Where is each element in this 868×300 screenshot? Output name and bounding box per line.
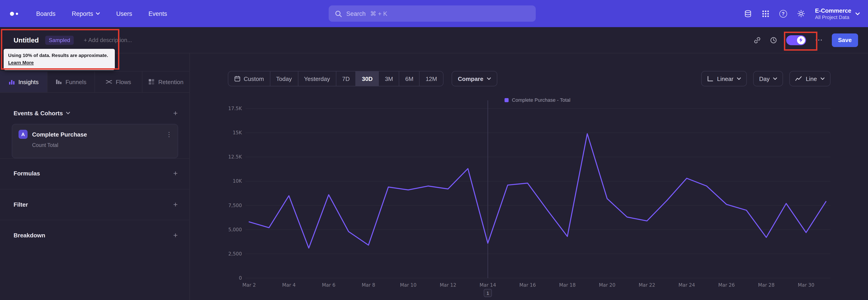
svg-text:15K: 15K (233, 130, 242, 136)
search-icon (335, 10, 342, 17)
insights-icon (8, 79, 15, 85)
retention-icon (148, 79, 155, 85)
divider (0, 158, 189, 159)
line-chart[interactable]: 02,5005,0007,50010K12.5K15K17.5KMar 2Mar… (190, 81, 868, 300)
apps-grid-button[interactable] (762, 10, 770, 18)
toolbar-actions: ⋯ Save (753, 33, 858, 47)
svg-text:12.5K: 12.5K (228, 154, 242, 160)
filter-section: Filter + (13, 199, 178, 210)
nav-reports[interactable]: Reports (72, 10, 100, 17)
add-breakdown-button[interactable]: + (173, 231, 178, 239)
plus-icon: + (173, 231, 178, 239)
logo-dot-icon (10, 11, 14, 16)
chevron-down-icon (820, 77, 825, 80)
help-icon: ? (782, 11, 784, 16)
events-cohorts-section: Events & Cohorts + (13, 108, 178, 118)
top-right-actions: ? E-Commerce All Project Data (744, 0, 860, 27)
funnels-icon (56, 79, 62, 85)
svg-text:Mar 6: Mar 6 (322, 282, 336, 288)
event-card[interactable]: A Complete Purchase ⋮ Count Total (12, 124, 178, 158)
svg-text:0: 0 (239, 275, 242, 281)
help-button[interactable]: ? (779, 10, 787, 18)
svg-text:Mar 28: Mar 28 (758, 282, 774, 288)
divider (0, 189, 189, 189)
calendar-icon (234, 76, 241, 82)
breakdown-header: Breakdown (13, 232, 45, 239)
svg-text:Mar 30: Mar 30 (798, 282, 814, 288)
tab-funnels[interactable]: Funnels (48, 71, 95, 92)
more-options-button[interactable]: ⋯ (815, 36, 823, 44)
flows-icon (106, 79, 112, 85)
tab-retention[interactable]: Retention (143, 71, 189, 92)
plus-icon: + (173, 200, 178, 209)
svg-text:Mar 2: Mar 2 (242, 282, 256, 288)
svg-text:Mar 14: Mar 14 (479, 282, 496, 288)
app-window: Boards Reports Users Events Search ⌘ + K… (0, 0, 868, 300)
search-input[interactable]: Search ⌘ + K (329, 5, 536, 22)
project-switcher[interactable]: E-Commerce All Project Data (815, 7, 860, 20)
add-filter-button[interactable]: + (173, 201, 178, 208)
formulas-header: Formulas (13, 170, 40, 177)
chevron-down-icon (855, 12, 860, 15)
sampled-badge[interactable]: Sampled (45, 35, 74, 44)
line-chart-icon (796, 76, 802, 81)
svg-text:Mar 12: Mar 12 (440, 282, 456, 288)
apps-grid-icon (762, 10, 770, 18)
report-toolbar: Untitled Sampled + Add description... ⋯ … (0, 27, 868, 53)
event-options-button[interactable]: ⋮ (166, 131, 172, 138)
sampling-toggle[interactable] (786, 35, 806, 45)
add-description[interactable]: + Add description... (84, 37, 132, 43)
svg-text:Mar 8: Mar 8 (362, 282, 375, 288)
events-cohorts-header[interactable]: Events & Cohorts (13, 110, 70, 116)
learn-more-link[interactable]: Learn More (8, 60, 34, 65)
logo-dot-icon (16, 12, 18, 15)
svg-text:Mar 10: Mar 10 (400, 282, 416, 288)
svg-text:10K: 10K (233, 178, 242, 184)
formulas-section: Formulas + (13, 168, 178, 179)
kebab-icon: ⋮ (166, 131, 172, 138)
report-type-tabs: Insights Funnels Flows Retention (0, 71, 189, 93)
copy-link-button[interactable] (753, 36, 761, 43)
svg-text:Mar 18: Mar 18 (559, 282, 576, 288)
svg-text:7,500: 7,500 (228, 203, 242, 208)
mixpanel-logo[interactable] (10, 11, 18, 16)
save-button[interactable]: Save (832, 33, 858, 47)
top-nav: Boards Reports Users Events Search ⌘ + K… (0, 0, 868, 27)
chevron-down-icon (487, 77, 491, 80)
add-formula-button[interactable]: + (173, 169, 178, 177)
tab-flows[interactable]: Flows (95, 71, 143, 92)
tab-insights[interactable]: Insights (0, 71, 48, 92)
nav-boards[interactable]: Boards (36, 10, 56, 17)
add-event-button[interactable]: + (173, 109, 178, 117)
svg-text:Mar 20: Mar 20 (599, 282, 615, 288)
filter-header: Filter (13, 201, 28, 208)
svg-text:2,500: 2,500 (228, 251, 242, 257)
report-title[interactable]: Untitled (13, 36, 39, 44)
svg-text:Mar 22: Mar 22 (639, 282, 655, 288)
primary-nav: Boards Reports Users Events (36, 10, 167, 17)
chevron-down-icon (737, 77, 741, 80)
history-button[interactable] (770, 36, 777, 43)
ellipsis-icon: ⋯ (815, 36, 823, 44)
chevron-down-icon (96, 12, 100, 15)
settings-button[interactable] (797, 9, 805, 18)
pagination-page[interactable]: 1 (484, 289, 492, 297)
svg-text:Mar 4: Mar 4 (282, 282, 296, 288)
chevron-down-icon (773, 77, 777, 80)
data-management-button[interactable] (744, 10, 752, 18)
nav-events[interactable]: Events (149, 10, 167, 17)
event-metric-selector[interactable]: Count Total (32, 143, 178, 148)
breakdown-section: Breakdown + (13, 230, 178, 241)
nav-users[interactable]: Users (116, 10, 132, 17)
search-shortcut: ⌘ + K (370, 10, 388, 17)
divider (0, 220, 189, 220)
plus-icon: + (173, 169, 178, 177)
sampling-tooltip: Using 10% of data. Results are approxima… (4, 49, 115, 70)
clock-icon (770, 36, 777, 43)
svg-text:Mar 24: Mar 24 (678, 282, 695, 288)
series-badge: A (19, 130, 28, 139)
query-sidebar: Insights Funnels Flows Retention Events … (0, 53, 190, 300)
svg-text:5,000: 5,000 (228, 227, 242, 232)
project-scope: All Project Data (815, 14, 851, 20)
plus-icon: + (173, 109, 178, 117)
